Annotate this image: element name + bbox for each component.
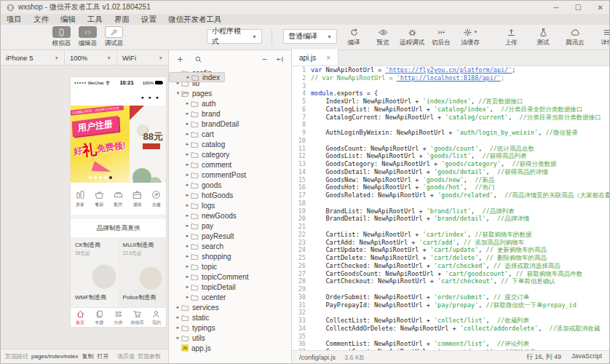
code-line[interactable]: 22 CartList: NewApiRootUrl + 'cart/index… bbox=[292, 231, 609, 239]
banner-gift[interactable]: 88元 bbox=[130, 106, 166, 183]
tree-item-hotGoods[interactable]: ▸hotGoods bbox=[169, 190, 291, 200]
chevron-right-icon[interactable]: ▸ bbox=[184, 223, 191, 229]
tree-item-typings[interactable]: ▸typings bbox=[169, 323, 291, 333]
tree-item-shopping[interactable]: ▸shopping bbox=[169, 251, 291, 261]
menu-item-7[interactable]: 微信开发者工具 bbox=[168, 15, 222, 25]
tree-item-catalog[interactable]: ▸catalog bbox=[169, 139, 291, 149]
tree-item-auth[interactable]: ▸auth bbox=[169, 98, 291, 108]
phone-tab-首页[interactable]: 首页 bbox=[71, 308, 90, 327]
minimize-button[interactable]: ─ bbox=[554, 4, 559, 12]
category-志趣[interactable]: 志趣 bbox=[147, 189, 166, 208]
code-line[interactable]: 3 bbox=[292, 82, 609, 90]
page-params-button[interactable]: 页面参数 bbox=[138, 352, 161, 360]
chevron-right-icon[interactable]: ▸ bbox=[184, 253, 191, 259]
category-服装[interactable]: 服装 bbox=[128, 189, 147, 208]
chevron-right-icon[interactable]: ▸ bbox=[184, 192, 191, 198]
action-预览[interactable]: 预览 bbox=[369, 26, 397, 47]
brand-card-Police制造商[interactable]: Police制造商 bbox=[119, 290, 167, 307]
chevron-right-icon[interactable]: ▸ bbox=[184, 294, 191, 300]
tree-item-search[interactable]: ▸search bbox=[169, 241, 291, 251]
code-line[interactable]: 6 CatalogList: NewApiRootUrl + 'catalog/… bbox=[292, 106, 609, 114]
chevron-right-icon[interactable]: ▸ bbox=[184, 121, 191, 127]
zoom-select[interactable]: 100%▼ bbox=[65, 50, 117, 65]
cursor-position[interactable]: 行 16, 列 49 bbox=[526, 352, 561, 362]
code-line[interactable]: 19 BrandList: NewApiRootUrl + 'brand/lis… bbox=[292, 207, 609, 215]
chevron-right-icon[interactable]: ▸ bbox=[184, 141, 191, 147]
code-line[interactable]: 12 GoodsList: NewApiRootUrl + 'goods/lis… bbox=[292, 152, 609, 160]
tree-item-static[interactable]: ▸static bbox=[169, 312, 291, 323]
brand-card-WMF制造商[interactable]: WMF制造商 bbox=[71, 290, 119, 307]
tree-item-newGoods[interactable]: ▸newGoods bbox=[169, 210, 291, 221]
tree-item-brand[interactable]: ▸brand bbox=[169, 108, 291, 119]
chevron-right-icon[interactable]: ▸ bbox=[184, 213, 191, 218]
code-line[interactable]: 28 CartCheckout: NewApiRootUrl + 'cart/c… bbox=[292, 277, 609, 285]
action-腾讯云[interactable]: 腾讯云 bbox=[561, 26, 589, 47]
maximize-button[interactable]: ☐ bbox=[575, 4, 582, 12]
tree-item-payResult[interactable]: ▸payResult bbox=[169, 231, 291, 241]
banner-register[interactable]: 活动截止时间：2014年12月31日 用户注册 好礼免费领! bbox=[71, 106, 130, 183]
menu-item-2[interactable]: 文件 bbox=[33, 15, 49, 25]
tree-item-logs[interactable]: ▸logs bbox=[169, 200, 291, 210]
wrench-icon[interactable] bbox=[105, 26, 123, 38]
code-editor[interactable]: 1var NewApiRootUrl = 'https://fly2you.cn… bbox=[292, 66, 609, 350]
chevron-down-icon[interactable]: ▾ bbox=[175, 90, 181, 96]
action-上传[interactable]: 上传 bbox=[497, 26, 525, 47]
add-file-icon[interactable] bbox=[176, 55, 184, 63]
code-line[interactable]: 25 CartDelete: NewApiRootUrl + 'cart/del… bbox=[292, 254, 609, 262]
category-配件[interactable]: 配件 bbox=[108, 189, 127, 208]
chevron-right-icon[interactable]: ▸ bbox=[184, 111, 191, 116]
tree-item-services[interactable]: ▸services bbox=[169, 302, 291, 312]
tree-item-pay[interactable]: ▸pay bbox=[169, 221, 291, 231]
tree-item-brandDetail[interactable]: ▸brandDetail bbox=[169, 119, 291, 129]
code-line[interactable]: 7 CatalogCurrent: NewApiRootUrl + 'catal… bbox=[292, 114, 609, 122]
copy-path-button[interactable]: 复制 bbox=[82, 352, 94, 360]
chevron-right-icon[interactable]: ▸ bbox=[175, 304, 181, 310]
code-line[interactable]: 11 GoodsCount: NewApiRootUrl + 'goods/co… bbox=[292, 145, 609, 153]
code-line[interactable]: 5 IndexUrl: NewApiRootUrl + 'index/index… bbox=[292, 98, 609, 106]
code-line[interactable]: 24 CartUpdate: NewApiRootUrl + 'cart/upd… bbox=[292, 246, 609, 254]
collapse-all-icon[interactable] bbox=[261, 55, 269, 63]
code-line[interactable]: 29 bbox=[292, 285, 609, 293]
tree-item-app.js[interactable]: JSapp.js bbox=[169, 343, 291, 353]
action-测试[interactable]: 测试 bbox=[529, 26, 557, 47]
code-line[interactable]: 30 OrderSubmit: NewApiRootUrl + 'order/s… bbox=[292, 293, 609, 301]
tree-item-commentPost[interactable]: ▸commentPost bbox=[169, 170, 291, 180]
chevron-right-icon[interactable]: ▸ bbox=[175, 335, 181, 341]
phone-tab-我的[interactable]: 我的 bbox=[147, 308, 166, 327]
tree-item-pages[interactable]: ▾pages bbox=[169, 88, 291, 98]
chevron-right-icon[interactable]: ▸ bbox=[175, 314, 181, 320]
menu-item-5[interactable]: 界面 bbox=[114, 15, 130, 25]
tree-item-topicDetail[interactable]: ▸topicDetail bbox=[169, 282, 291, 292]
code-line[interactable]: 9 AuthLoginByWeixin: NewApiRootUrl + 'au… bbox=[292, 129, 609, 137]
mode-select[interactable]: 小程序模式▼ bbox=[207, 29, 262, 44]
compile-mode-select[interactable]: 普通编译▼ bbox=[283, 29, 337, 44]
code-line[interactable]: 15 GoodsNew: NewApiRootUrl + 'goods/new'… bbox=[292, 176, 609, 184]
chevron-right-icon[interactable]: ▸ bbox=[184, 172, 191, 178]
code-line[interactable]: 23 CartAdd: NewApiRootUrl + 'cart/add', … bbox=[292, 239, 609, 247]
code-line[interactable]: 10 bbox=[292, 137, 609, 145]
tree-item-ucenter[interactable]: ▸ucenter bbox=[169, 292, 291, 302]
code-line[interactable]: 27 CartGoodsCount: NewApiRootUrl + 'cart… bbox=[292, 270, 609, 278]
phone-icon[interactable] bbox=[52, 26, 71, 38]
close-button[interactable]: ✕ bbox=[598, 4, 603, 12]
menu-item-4[interactable]: 工具 bbox=[87, 15, 103, 25]
code-line[interactable]: 21 bbox=[292, 223, 609, 231]
more-menu-icon[interactable]: ● ● ● bbox=[140, 95, 160, 100]
code-line[interactable]: 31 PayPrepayId: NewApiRootUrl + 'pay/pre… bbox=[292, 301, 609, 309]
category-居家[interactable]: 居家 bbox=[71, 189, 90, 208]
code-line[interactable]: 2// var NewApiRootUrl = 'http://localhos… bbox=[292, 74, 609, 82]
tab-api-js[interactable]: api.js× bbox=[292, 50, 338, 66]
tree-item-goods[interactable]: ▸goods bbox=[169, 180, 291, 190]
chevron-right-icon[interactable]: ▸ bbox=[184, 243, 191, 249]
action-远程调试[interactable]: 远程调试 bbox=[398, 26, 426, 47]
close-tab-icon[interactable]: × bbox=[326, 54, 330, 62]
tree-item-cart[interactable]: ▸cart bbox=[169, 129, 291, 139]
code-line[interactable]: 14 GoodsDetail: NewApiRootUrl + 'goods/d… bbox=[292, 168, 609, 176]
phone-tab-专题[interactable]: 专题 bbox=[90, 308, 108, 327]
chevron-right-icon[interactable]: ▸ bbox=[184, 202, 191, 208]
code-line[interactable]: 16 GoodsHot: NewApiRootUrl + 'goods/hot'… bbox=[292, 183, 609, 191]
action-清缓存[interactable]: ▼清缓存 bbox=[456, 26, 484, 47]
banner-carousel[interactable]: 活动截止时间：2014年12月31日 用户注册 好礼免费领! 88元 bbox=[71, 106, 166, 183]
code-line[interactable]: 20 BrandDetail: NewApiRootUrl + 'brand/d… bbox=[292, 215, 609, 223]
chevron-right-icon[interactable]: ▸ bbox=[184, 182, 191, 188]
